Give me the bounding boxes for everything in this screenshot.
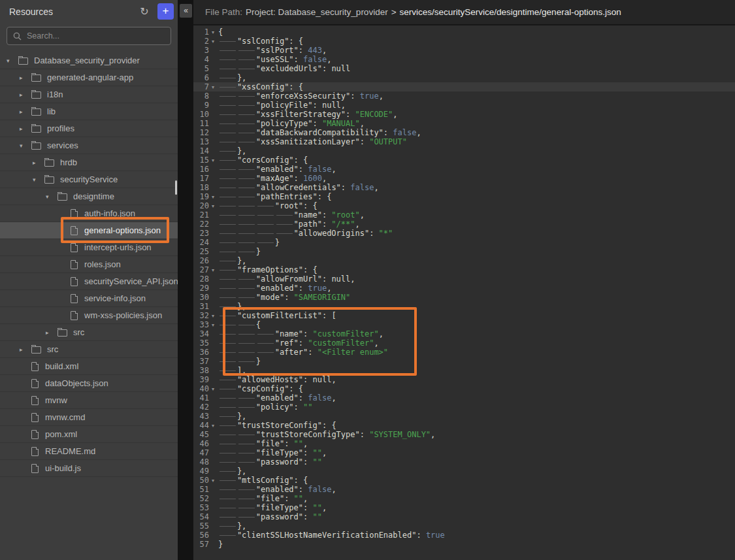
fold-toggle-icon[interactable]: ▾	[209, 421, 217, 430]
chevron-right-icon[interactable]: ▸	[20, 346, 31, 353]
code-line-56[interactable]: 56"clientSSLHostNameVerificationEnabled"…	[193, 531, 735, 540]
code-line-22[interactable]: 22"path": "/**",	[193, 220, 735, 229]
tree-item-Database_security_provider[interactable]: ▾Database_security_provider	[0, 52, 178, 69]
code-line-23[interactable]: 23"allowedOrigins": "*"	[193, 229, 735, 238]
code-line-37[interactable]: 37}	[193, 357, 735, 366]
code-line-33[interactable]: 33▾{	[193, 320, 735, 329]
fold-toggle-icon[interactable]: ▾	[209, 320, 217, 329]
tree-item-ui-build.js[interactable]: ui-build.js	[0, 460, 178, 477]
tree-item-profiles[interactable]: ▸profiles	[0, 120, 178, 137]
code-line-18[interactable]: 18"allowCredentials": false,	[193, 183, 735, 192]
code-line-52[interactable]: 52"file": "",	[193, 494, 735, 503]
tree-item-i18n[interactable]: ▸i18n	[0, 86, 178, 103]
code-line-21[interactable]: 21"name": "root",	[193, 210, 735, 220]
code-line-39[interactable]: 39"allowedHosts": null,	[193, 375, 735, 384]
code-line-17[interactable]: 17"maxAge": 1600,	[193, 174, 735, 183]
code-line-6[interactable]: 6},	[193, 73, 735, 82]
tree-item-wm-xss-policies.json[interactable]: wm-xss-policies.json	[0, 307, 178, 324]
code-line-16[interactable]: 16"enabled": false,	[193, 165, 735, 174]
code-line-20[interactable]: 20▾"root": {	[193, 201, 735, 210]
code-line-26[interactable]: 26},	[193, 256, 735, 265]
chevron-right-icon[interactable]: ▸	[33, 159, 44, 166]
tree-item-dataObjects.json[interactable]: dataObjects.json	[0, 375, 178, 392]
code-line-24[interactable]: 24}	[193, 238, 735, 247]
tree-item-README.md[interactable]: README.md	[0, 443, 178, 460]
tree-item-auth-info.json[interactable]: auth-info.json	[0, 205, 178, 222]
code-line-12[interactable]: 12"dataBackwardCompatibility": false,	[193, 128, 735, 137]
fold-toggle-icon[interactable]: ▾	[209, 311, 217, 320]
search-input[interactable]	[7, 27, 171, 45]
chevron-down-icon[interactable]: ▾	[46, 193, 57, 200]
code-line-19[interactable]: 19▾"pathEntries": {	[193, 192, 735, 201]
code-line-47[interactable]: 47"fileType": "",	[193, 448, 735, 457]
fold-toggle-icon[interactable]: ▾	[209, 265, 217, 274]
code-line-15[interactable]: 15▾"corsConfig": {	[193, 156, 735, 165]
code-line-54[interactable]: 54"password": ""	[193, 512, 735, 521]
chevron-right-icon[interactable]: ▸	[20, 108, 31, 115]
code-line-4[interactable]: 4"useSSL": false,	[193, 55, 735, 64]
code-line-50[interactable]: 50▾"mtlsConfig": {	[193, 476, 735, 485]
code-line-31[interactable]: 31},	[193, 302, 735, 311]
code-line-28[interactable]: 28"allowFromUrl": null,	[193, 274, 735, 284]
code-line-36[interactable]: 36"after": "<Filter enum>"	[193, 348, 735, 357]
collapse-panel-icon[interactable]: «	[180, 4, 192, 18]
tree-item-mvnw[interactable]: mvnw	[0, 392, 178, 409]
code-line-30[interactable]: 30"mode": "SAMEORIGIN"	[193, 293, 735, 302]
fold-toggle-icon[interactable]: ▾	[209, 27, 217, 37]
code-line-53[interactable]: 53"fileType": "",	[193, 503, 735, 512]
tree-item-service-info.json[interactable]: service-info.json	[0, 290, 178, 307]
tree-item-general-options.json[interactable]: general-options.json	[0, 222, 178, 239]
code-line-25[interactable]: 25}	[193, 247, 735, 256]
fold-toggle-icon[interactable]: ▾	[209, 192, 217, 201]
code-line-45[interactable]: 45"trustStoreConfigType": "SYSTEM_ONLY",	[193, 430, 735, 439]
code-line-38[interactable]: 38],	[193, 366, 735, 375]
sidebar-scrollbar-thumb[interactable]	[175, 180, 177, 195]
code-line-44[interactable]: 44▾"trustStoreConfig": {	[193, 421, 735, 430]
code-line-48[interactable]: 48"password": ""	[193, 457, 735, 467]
chevron-right-icon[interactable]: ▸	[20, 125, 31, 132]
code-line-7[interactable]: 7▾"xssConfig": {	[193, 82, 735, 91]
code-line-29[interactable]: 29"enabled": true,	[193, 284, 735, 293]
code-line-49[interactable]: 49},	[193, 467, 735, 476]
code-line-46[interactable]: 46"file": "",	[193, 439, 735, 448]
chevron-right-icon[interactable]: ▸	[46, 329, 57, 336]
code-line-40[interactable]: 40▾"cspConfig": {	[193, 384, 735, 393]
code-line-5[interactable]: 5"excludedUrls": null	[193, 64, 735, 73]
code-line-1[interactable]: 1▾{	[193, 27, 735, 37]
chevron-down-icon[interactable]: ▾	[33, 176, 44, 183]
chevron-right-icon[interactable]: ▸	[20, 91, 31, 98]
tree-item-mvnw.cmd[interactable]: mvnw.cmd	[0, 409, 178, 426]
fold-toggle-icon[interactable]: ▾	[209, 476, 217, 485]
fold-toggle-icon[interactable]: ▾	[209, 82, 217, 91]
code-line-3[interactable]: 3"sslPort": 443,	[193, 46, 735, 55]
tree-item-build.xml[interactable]: build.xml	[0, 358, 178, 375]
tree-item-securityService[interactable]: ▾securityService	[0, 171, 178, 188]
tree-item-src[interactable]: ▸src	[0, 324, 178, 341]
code-line-34[interactable]: 34"name": "customFilter",	[193, 329, 735, 338]
tree-item-designtime[interactable]: ▾designtime	[0, 188, 178, 205]
code-line-43[interactable]: 43},	[193, 412, 735, 421]
code-line-55[interactable]: 55},	[193, 521, 735, 531]
code-line-41[interactable]: 41"enabled": false,	[193, 393, 735, 403]
tree-item-hrdb[interactable]: ▸hrdb	[0, 154, 178, 171]
fold-toggle-icon[interactable]: ▾	[209, 37, 217, 46]
code-line-35[interactable]: 35"ref": "customFilter",	[193, 338, 735, 348]
chevron-down-icon[interactable]: ▾	[20, 142, 31, 149]
fold-toggle-icon[interactable]: ▾	[209, 201, 217, 210]
tree-item-intercept-urls.json[interactable]: intercept-urls.json	[0, 239, 178, 256]
fold-toggle-icon[interactable]: ▾	[209, 384, 217, 393]
fold-toggle-icon[interactable]: ▾	[209, 156, 217, 165]
code-line-13[interactable]: 13"xssSanitizationLayer": "OUTPUT"	[193, 137, 735, 146]
code-line-10[interactable]: 10"xssFilterStrategy": "ENCODE",	[193, 110, 735, 119]
code-line-57[interactable]: 57}	[193, 540, 735, 549]
refresh-icon[interactable]: ↻	[137, 4, 152, 20]
chevron-down-icon[interactable]: ▾	[7, 58, 18, 64]
code-line-8[interactable]: 8"enforceXssSecurity": true,	[193, 91, 735, 101]
code-line-11[interactable]: 11"policyType": "MANUAL",	[193, 119, 735, 128]
tree-item-src[interactable]: ▸src	[0, 341, 178, 358]
tree-item-roles.json[interactable]: roles.json	[0, 256, 178, 273]
code-line-9[interactable]: 9"policyFile": null,	[193, 101, 735, 110]
code-line-2[interactable]: 2▾"sslConfig": {	[193, 37, 735, 46]
code-line-27[interactable]: 27▾"frameOptions": {	[193, 265, 735, 274]
add-resource-button[interactable]: +	[157, 3, 174, 20]
